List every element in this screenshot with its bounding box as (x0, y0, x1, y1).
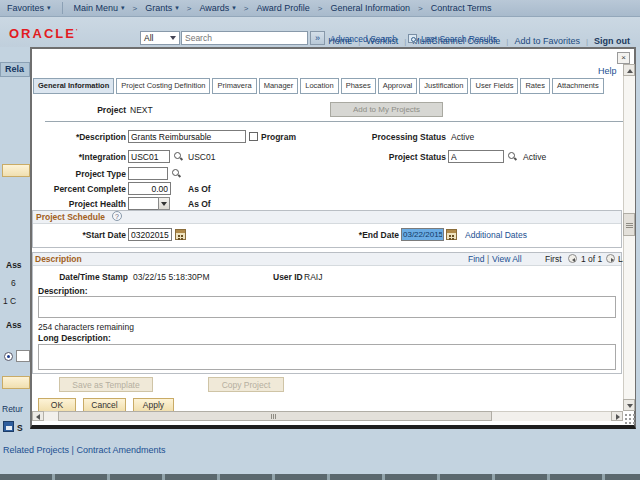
horizontal-scrollbar-thumb[interactable] (58, 411, 492, 421)
oracle-logo: ORACLE' (9, 26, 79, 41)
bottom-strip (0, 474, 640, 480)
tab-location[interactable]: Location (300, 78, 338, 94)
end-date-calendar-icon[interactable] (446, 229, 457, 240)
breadcrumb: Favorites ▾ Main Menu ▾ > Grants ▾ > Awa… (0, 0, 640, 17)
breadcrumb-award-profile[interactable]: Award Profile (250, 3, 317, 13)
next-row-icon[interactable] (606, 254, 615, 263)
close-icon[interactable]: × (617, 52, 630, 64)
resize-grip (624, 413, 635, 425)
tab-attachments[interactable]: Attachments (552, 78, 604, 94)
scroll-right-icon[interactable] (611, 411, 623, 421)
project-type-input[interactable] (128, 167, 168, 180)
tab-user-fields[interactable]: User Fields (470, 78, 518, 94)
dropdown-arrow-icon[interactable] (158, 197, 170, 210)
breadcrumb-awards[interactable]: Awards ▾ (192, 3, 242, 13)
description-field-label: *Description (32, 132, 126, 142)
project-schedule-title: Project Schedule (36, 212, 105, 222)
breadcrumb-favorites[interactable]: Favorites ▾ (0, 3, 58, 13)
project-status-description: Active (523, 152, 546, 162)
tab-rates[interactable]: Rates (520, 78, 550, 94)
link-separator: | (404, 37, 406, 46)
tab-project-costing-definition[interactable]: Project Costing Definition (116, 78, 210, 94)
project-value: NEXT (130, 105, 153, 115)
background-button-fragment[interactable] (2, 164, 30, 177)
project-status-input[interactable] (448, 150, 504, 163)
characters-remaining: 254 characters remaining (38, 322, 134, 332)
find-link[interactable]: Find (468, 254, 485, 264)
breadcrumb-grants[interactable]: Grants ▾ (138, 3, 186, 13)
background-text-fragment: 6 (11, 278, 16, 288)
copy-project-button: Copy Project (208, 377, 284, 392)
background-related-tab[interactable]: Rela (0, 62, 30, 77)
tab-general-information[interactable]: General Information (33, 78, 114, 94)
datetime-stamp-value: 03/22/15 5:18:30PM (133, 272, 210, 282)
last-search-results-link[interactable]: Last Search Results (421, 34, 497, 44)
search-scope-value: All (144, 33, 153, 43)
add-to-favorites-link[interactable]: Add to Favorites (514, 36, 580, 46)
end-date-input[interactable] (401, 228, 444, 241)
integration-field-label: *Integration (32, 152, 126, 162)
related-projects-link[interactable]: Related Projects (3, 445, 69, 455)
sign-out-link[interactable]: Sign out (594, 36, 630, 46)
radio-button[interactable] (4, 352, 13, 361)
breadcrumb-label: Award Profile (257, 3, 310, 13)
tab-primavera[interactable]: Primavera (212, 78, 256, 94)
breadcrumb-main-menu[interactable]: Main Menu ▾ (67, 3, 132, 13)
advanced-search-link[interactable]: Advanced Search (330, 34, 397, 44)
project-status-lookup-icon[interactable] (507, 151, 518, 162)
long-description-textarea[interactable] (38, 344, 616, 370)
vertical-scrollbar-thumb[interactable] (623, 213, 635, 236)
description-textarea[interactable] (38, 296, 616, 318)
separator: | (487, 254, 489, 264)
background-return-link[interactable]: Retur (2, 404, 23, 414)
tab-justification[interactable]: Justification (419, 78, 468, 94)
integration-input[interactable] (128, 150, 170, 163)
background-button-fragment[interactable] (2, 376, 30, 389)
add-to-my-projects-button: Add to My Projects (330, 102, 443, 117)
long-description-label: Long Description: (38, 333, 111, 343)
background-row-fragment: 1 C (3, 296, 16, 306)
scroll-left-icon[interactable] (32, 411, 44, 421)
integration-lookup-icon[interactable] (173, 151, 184, 162)
scroll-down-icon[interactable] (623, 399, 635, 411)
breadcrumb-general-information[interactable]: General Information (324, 3, 418, 13)
project-label: Project (32, 105, 126, 115)
scroll-up-icon[interactable] (623, 64, 635, 76)
search-scope-dropdown[interactable]: All (140, 31, 180, 45)
search-go-button[interactable]: » (310, 31, 325, 45)
tab-strip: General Information Project Costing Defi… (33, 78, 622, 94)
help-icon[interactable]: ? (112, 211, 122, 221)
divider (62, 2, 63, 14)
tab-approval[interactable]: Approval (378, 78, 418, 94)
start-date-input[interactable] (128, 228, 172, 241)
ok-button[interactable]: OK (38, 398, 76, 412)
program-checkbox[interactable] (249, 132, 258, 141)
search-input[interactable] (181, 31, 308, 45)
breadcrumb-label: Favorites (7, 3, 44, 13)
program-label: Program (261, 132, 296, 142)
integration-description: USC01 (188, 152, 215, 162)
breadcrumb-contract-terms[interactable]: Contract Terms (424, 3, 499, 13)
help-link[interactable]: Help (598, 66, 617, 76)
description-input[interactable] (128, 130, 246, 143)
chevron-down-icon: ▾ (175, 4, 179, 12)
additional-dates-link[interactable]: Additional Dates (465, 230, 527, 240)
apply-button[interactable]: Apply (133, 398, 174, 412)
tab-phases[interactable]: Phases (341, 78, 376, 94)
as-of-label: As Of (188, 184, 211, 194)
tab-manager[interactable]: Manager (259, 78, 299, 94)
previous-row-icon[interactable] (568, 254, 577, 263)
chevron-down-icon (170, 36, 176, 40)
last-search-results-icon (408, 34, 417, 43)
cancel-button[interactable]: Cancel (83, 398, 126, 412)
save-icon[interactable] (3, 421, 14, 432)
background-input-fragment[interactable] (16, 350, 30, 362)
start-date-calendar-icon[interactable] (175, 229, 186, 240)
view-all-link[interactable]: View All (492, 254, 522, 264)
vertical-scrollbar[interactable] (623, 64, 635, 411)
user-id-value: RAIJ (304, 272, 322, 282)
percent-complete-input[interactable] (128, 182, 171, 195)
breadcrumb-label: Awards (199, 3, 229, 13)
contract-amendments-link[interactable]: Contract Amendments (76, 445, 165, 455)
project-type-lookup-icon[interactable] (171, 168, 182, 179)
